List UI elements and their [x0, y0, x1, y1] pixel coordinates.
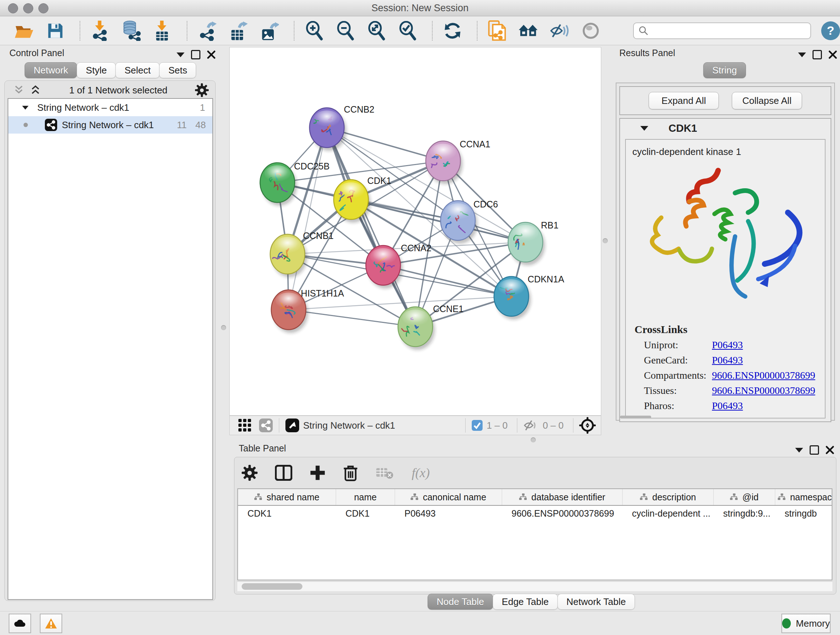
node-CCNA2[interactable]: CCNA2 — [366, 243, 431, 288]
collapse-all-button[interactable]: Collapse All — [732, 92, 802, 109]
network-list-icon[interactable] — [259, 418, 273, 432]
right-splitter-handle[interactable] — [603, 238, 608, 243]
grid-view-icon[interactable] — [238, 418, 252, 432]
close-panel-icon[interactable] — [829, 50, 837, 59]
table-settings-gear-icon[interactable] — [242, 465, 257, 481]
node-RB1[interactable]: RB1 — [508, 220, 558, 265]
search-input[interactable] — [649, 25, 810, 36]
fit-selection-target-icon[interactable] — [579, 417, 596, 434]
tab-select[interactable]: Select — [115, 62, 159, 78]
show-columns-icon[interactable] — [275, 465, 292, 481]
collapse-panel-icon[interactable] — [798, 52, 806, 57]
table-hscrollbar[interactable] — [237, 581, 832, 591]
table-cell[interactable]: CDK1 — [336, 506, 395, 521]
refresh-view-button[interactable] — [442, 20, 463, 41]
collapse-panel-icon[interactable] — [177, 52, 185, 57]
zoom-selected-button[interactable] — [397, 20, 418, 41]
node-CDKN1A[interactable]: CDKN1A — [494, 274, 564, 320]
network-collection-row[interactable]: String Network – cdk1 1 — [8, 99, 212, 116]
expand-all-icon[interactable] — [29, 85, 42, 96]
column-header-namespace[interactable]: namespace — [775, 489, 832, 505]
column-header-description[interactable]: description — [622, 489, 714, 505]
column-header-shared-name[interactable]: shared name — [238, 489, 336, 505]
table-hscroll-thumb[interactable] — [242, 583, 302, 590]
help-button[interactable]: ? — [821, 21, 840, 40]
save-session-button[interactable] — [45, 20, 66, 41]
crosslink-link[interactable]: 9606.ENSP00000378699 — [712, 385, 815, 396]
memory-button[interactable]: Memory — [782, 614, 831, 633]
selected-checkbox-icon[interactable] — [471, 420, 483, 431]
table-cell[interactable]: P06493 — [395, 506, 502, 521]
expand-all-button[interactable]: Expand All — [649, 92, 719, 109]
tab-string[interactable]: String — [703, 62, 746, 78]
footer-separator — [279, 418, 279, 432]
table-cell[interactable]: CDK1 — [238, 506, 336, 521]
birds-eye-view-icon[interactable] — [285, 418, 300, 432]
node-CCNA1[interactable]: CCNA1 — [426, 139, 490, 184]
edge-CCNB2-HIST1H1A[interactable] — [289, 128, 327, 310]
crosslink-link[interactable]: P06493 — [712, 355, 743, 366]
node-CCNB2[interactable]: CCNB2 — [309, 104, 374, 151]
import-network-database-button[interactable] — [121, 20, 142, 41]
collapse-all-icon[interactable] — [13, 85, 25, 96]
tree-expand-icon[interactable] — [22, 106, 28, 109]
hidden-eye-slash-icon[interactable] — [523, 419, 539, 432]
node-HIST1H1A[interactable]: HIST1H1A — [271, 288, 344, 333]
export-network-button[interactable] — [197, 20, 218, 41]
table-row[interactable]: CDK1CDK1P064939606.ENSP00000378699cyclin… — [238, 506, 832, 521]
table-cell[interactable]: 9606.ENSP00000378699 — [502, 506, 622, 521]
home-networks-button[interactable] — [518, 20, 539, 41]
tab-node-table[interactable]: Node Table — [428, 594, 493, 610]
tab-network-table[interactable]: Network Table — [557, 594, 635, 610]
node-CDK1[interactable]: CDK1 — [333, 176, 391, 223]
open-session-button[interactable] — [14, 20, 35, 41]
float-panel-icon[interactable] — [813, 50, 822, 59]
collapse-entry-icon[interactable] — [640, 126, 648, 131]
float-panel-icon[interactable] — [191, 50, 201, 59]
tab-sets[interactable]: Sets — [159, 62, 196, 78]
show-eye-button[interactable] — [580, 20, 601, 41]
tab-edge-table[interactable]: Edge Table — [493, 594, 558, 610]
column-header-@id[interactable]: @id — [714, 489, 775, 505]
horizontal-splitter-handle[interactable] — [531, 437, 536, 442]
node-CCNB1[interactable]: CCNB1 — [270, 231, 333, 277]
add-column-plus-icon[interactable] — [309, 465, 325, 481]
string-protein-query-button[interactable] — [487, 20, 508, 41]
tab-network[interactable]: Network — [25, 62, 77, 78]
hide-unhide-button[interactable] — [549, 20, 570, 41]
column-header-name[interactable]: name — [336, 489, 395, 505]
crosslink-label: Compartments: — [644, 370, 712, 381]
zoom-out-button[interactable] — [335, 20, 356, 41]
export-image-button[interactable] — [259, 20, 280, 41]
left-splitter-handle[interactable] — [221, 325, 226, 330]
import-network-file-button[interactable] — [90, 20, 111, 41]
cloud-status-button[interactable] — [9, 614, 31, 633]
crosslink-link[interactable]: P06493 — [712, 339, 743, 350]
node-details-header[interactable]: CDK1 — [620, 119, 831, 138]
table-cell[interactable]: stringdb:9... — [714, 506, 775, 521]
column-header-canonical-name[interactable]: canonical name — [395, 489, 502, 505]
float-panel-icon[interactable] — [810, 445, 819, 455]
zoom-fit-button[interactable] — [366, 20, 387, 41]
table-cell[interactable]: cyclin-dependent ... — [622, 506, 714, 521]
node-CCNE1[interactable]: CCNE1 — [398, 304, 463, 350]
delete-column-trash-icon[interactable] — [343, 464, 358, 481]
tab-style[interactable]: Style — [77, 62, 116, 78]
column-header-database-identifier[interactable]: database identifier — [502, 489, 622, 505]
export-table-button[interactable] — [228, 20, 249, 41]
table-cell[interactable]: stringdb — [775, 506, 832, 521]
crosslink-link[interactable]: P06493 — [712, 400, 743, 411]
results-hscroll-thumb[interactable] — [620, 416, 651, 418]
zoom-in-button[interactable] — [304, 20, 325, 41]
node-CDC25B[interactable]: CDC25B — [260, 161, 330, 206]
gear-icon[interactable] — [195, 83, 209, 97]
close-panel-icon[interactable] — [826, 446, 834, 454]
collapse-panel-icon[interactable] — [795, 448, 803, 453]
crosslink-link[interactable]: 9606.ENSP00000378699 — [712, 370, 815, 381]
close-panel-icon[interactable] — [207, 50, 216, 59]
import-table-file-button[interactable] — [152, 20, 173, 41]
warnings-button[interactable] — [40, 614, 62, 633]
network-canvas[interactable]: CCNB2CCNA1CDC25BCDK1CDC6RB1CCNB1CCNA2CDK… — [229, 47, 601, 416]
network-row[interactable]: String Network – cdk1 11 48 — [8, 116, 212, 134]
gene-description: cyclin-dependent kinase 1 — [632, 146, 825, 157]
